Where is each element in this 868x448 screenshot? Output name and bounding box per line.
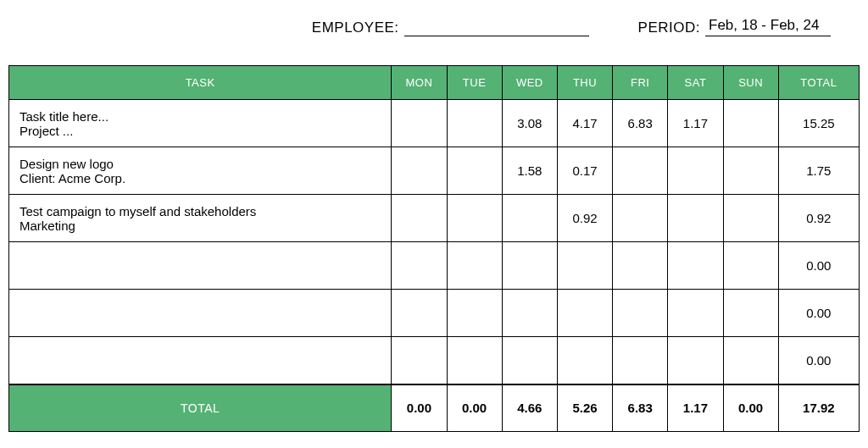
cell-thu[interactable]: 0.92 (557, 195, 612, 242)
task-cell[interactable] (9, 337, 392, 384)
total-wed: 4.66 (502, 384, 557, 432)
cell-fri[interactable] (613, 147, 668, 195)
header-row: TASK MON TUE WED THU FRI SAT SUN TOTAL (9, 66, 860, 100)
table-row: 0.00 (9, 337, 860, 384)
cell-total: 0.00 (778, 337, 859, 384)
total-mon: 0.00 (392, 384, 447, 432)
total-thu: 5.26 (557, 384, 612, 432)
cell-fri[interactable] (613, 290, 668, 337)
total-grand: 17.92 (778, 384, 859, 432)
cell-wed[interactable]: 1.58 (502, 147, 557, 195)
cell-fri[interactable] (613, 195, 668, 242)
task-cell[interactable] (9, 290, 392, 337)
total-fri: 6.83 (613, 384, 668, 432)
cell-tue[interactable] (447, 147, 502, 195)
cell-mon[interactable] (392, 242, 447, 290)
cell-sat[interactable] (668, 147, 723, 195)
cell-mon[interactable] (392, 147, 447, 195)
cell-wed[interactable] (502, 337, 557, 384)
total-sat: 1.17 (668, 384, 723, 432)
col-thu: THU (557, 66, 612, 100)
task-cell[interactable]: Task title here... Project ... (9, 100, 392, 147)
cell-thu[interactable] (557, 290, 612, 337)
cell-total: 15.25 (778, 100, 859, 147)
employee-label: EMPLOYEE: (312, 19, 399, 36)
cell-thu[interactable] (557, 242, 612, 290)
cell-sun[interactable] (723, 290, 778, 337)
col-total: TOTAL (778, 66, 859, 100)
table-row: Task title here... Project ... 3.08 4.17… (9, 100, 860, 147)
cell-sun[interactable] (723, 337, 778, 384)
col-sat: SAT (668, 66, 723, 100)
cell-total: 0.92 (778, 195, 859, 242)
cell-sun[interactable] (723, 147, 778, 195)
task-subtitle: Client: Acme Corp. (19, 171, 381, 185)
cell-sat[interactable] (668, 290, 723, 337)
cell-wed[interactable] (502, 242, 557, 290)
cell-wed[interactable] (502, 195, 557, 242)
table-row: Test campaign to myself and stakeholders… (9, 195, 860, 242)
col-mon: MON (392, 66, 447, 100)
task-cell[interactable]: Design new logo Client: Acme Corp. (9, 147, 392, 195)
cell-tue[interactable] (447, 242, 502, 290)
header-form: EMPLOYEE: PERIOD: Feb, 18 - Feb, 24 (8, 17, 860, 36)
col-tue: TUE (447, 66, 502, 100)
cell-wed[interactable] (502, 290, 557, 337)
cell-mon[interactable] (392, 195, 447, 242)
cell-mon[interactable] (392, 337, 447, 384)
task-cell[interactable]: Test campaign to myself and stakeholders… (9, 195, 392, 242)
cell-fri[interactable]: 6.83 (613, 100, 668, 147)
cell-sat[interactable] (668, 337, 723, 384)
cell-sun[interactable] (723, 195, 778, 242)
period-field: PERIOD: Feb, 18 - Feb, 24 (638, 17, 831, 36)
cell-fri[interactable] (613, 337, 668, 384)
cell-thu[interactable]: 0.17 (557, 147, 612, 195)
cell-tue[interactable] (447, 195, 502, 242)
timesheet-table: TASK MON TUE WED THU FRI SAT SUN TOTAL T… (8, 65, 860, 432)
cell-wed[interactable]: 3.08 (502, 100, 557, 147)
cell-mon[interactable] (392, 100, 447, 147)
employee-value[interactable] (404, 34, 589, 36)
col-wed: WED (502, 66, 557, 100)
cell-sat[interactable]: 1.17 (668, 100, 723, 147)
cell-thu[interactable]: 4.17 (557, 100, 612, 147)
col-sun: SUN (723, 66, 778, 100)
cell-sun[interactable] (723, 100, 778, 147)
total-tue: 0.00 (447, 384, 502, 432)
cell-fri[interactable] (613, 242, 668, 290)
cell-tue[interactable] (447, 290, 502, 337)
cell-sat[interactable] (668, 242, 723, 290)
totals-label: TOTAL (9, 384, 392, 432)
task-subtitle: Project ... (19, 124, 381, 138)
task-cell[interactable] (9, 242, 392, 290)
period-label: PERIOD: (638, 19, 700, 36)
cell-sun[interactable] (723, 242, 778, 290)
task-title: Design new logo (19, 157, 381, 171)
cell-sat[interactable] (668, 195, 723, 242)
task-title: Test campaign to myself and stakeholders (19, 204, 381, 218)
total-sun: 0.00 (723, 384, 778, 432)
totals-row: TOTAL 0.00 0.00 4.66 5.26 6.83 1.17 0.00… (9, 384, 860, 432)
cell-tue[interactable] (447, 100, 502, 147)
col-fri: FRI (613, 66, 668, 100)
task-title: Task title here... (19, 109, 381, 124)
task-subtitle: Marketing (19, 218, 381, 233)
table-row: 0.00 (9, 242, 860, 290)
table-row: 0.00 (9, 290, 860, 337)
cell-total: 0.00 (778, 242, 859, 290)
period-value[interactable]: Feb, 18 - Feb, 24 (705, 17, 831, 36)
cell-thu[interactable] (557, 337, 612, 384)
employee-field: EMPLOYEE: (312, 17, 589, 36)
cell-tue[interactable] (447, 337, 502, 384)
cell-total: 0.00 (778, 290, 859, 337)
table-row: Design new logo Client: Acme Corp. 1.58 … (9, 147, 860, 195)
cell-total: 1.75 (778, 147, 859, 195)
col-task: TASK (9, 66, 392, 100)
cell-mon[interactable] (392, 290, 447, 337)
